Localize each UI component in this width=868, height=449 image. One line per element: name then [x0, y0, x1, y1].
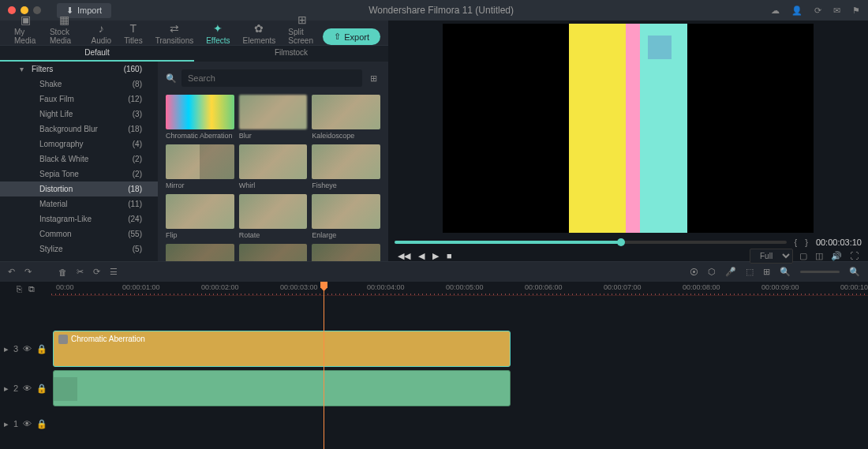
timeline-tracks[interactable]: 00:0000:00:01:0000:00:02:0000:00:03:0000…: [51, 282, 868, 449]
voiceover-button[interactable]: 🎤: [725, 267, 736, 277]
prev-frame-button[interactable]: ◀◀: [398, 251, 410, 261]
snapshot-icon[interactable]: ▢: [799, 251, 807, 261]
message-icon[interactable]: ✉: [833, 6, 840, 16]
marker-in-icon[interactable]: {: [795, 238, 798, 247]
marker-out-icon[interactable]: }: [805, 238, 808, 247]
effect-mirror[interactable]: Mirror: [166, 144, 234, 189]
tab-audio[interactable]: ♪Audio: [85, 22, 118, 45]
fullscreen-icon[interactable]: ⛶: [850, 251, 859, 261]
volume-icon[interactable]: 🔊: [831, 251, 842, 261]
undo-button[interactable]: ↶: [8, 267, 15, 277]
track-type-icon[interactable]: ▸: [4, 344, 9, 354]
sidebar-header[interactable]: ▾ Filters (160): [0, 62, 158, 77]
tab-transitions[interactable]: ⇄Transitions: [149, 22, 200, 45]
sidebar-item-label: Sepia Tone: [39, 170, 79, 178]
effect-enlarge[interactable]: Enlarge: [312, 194, 380, 239]
effect-thumbnail: [166, 194, 234, 229]
track-2[interactable]: [51, 369, 868, 408]
track-3[interactable]: Chromatic Aberration: [51, 329, 868, 369]
help-icon[interactable]: ⟳: [814, 6, 821, 16]
lock-icon[interactable]: 🔒: [36, 344, 47, 354]
sidebar-item-material[interactable]: Material(11): [0, 196, 158, 211]
effects-icon: ✦: [213, 22, 223, 35]
scrub-handle[interactable]: [617, 238, 625, 246]
visibility-icon[interactable]: 👁: [23, 344, 32, 354]
compare-icon[interactable]: ◫: [815, 251, 823, 261]
sidebar-item-night-life[interactable]: Night Life(3): [0, 107, 158, 122]
tab-split-screen[interactable]: ⊞Split Screen: [282, 13, 323, 45]
sidebar-item-stylize[interactable]: Stylize(5): [0, 241, 158, 256]
grid-view-icon[interactable]: ⊞: [367, 70, 380, 87]
marker-button[interactable]: ⬡: [708, 267, 716, 277]
track-type-icon[interactable]: ▸: [4, 419, 9, 429]
effect-narrow[interactable]: Narrow: [239, 244, 308, 261]
sidebar-item-background-blur[interactable]: Background Blur(18): [0, 122, 158, 137]
subtab-filmstock[interactable]: Filmstock: [194, 46, 388, 62]
speed-button[interactable]: ⟳: [93, 267, 100, 277]
effect-flip[interactable]: Flip: [166, 194, 234, 239]
effect-name: Whirl: [239, 179, 308, 189]
sub-tabs: Default Filmstock: [0, 46, 388, 62]
adjust-button[interactable]: ⊞: [763, 267, 770, 277]
sidebar-item-black-white[interactable]: Black & White(2): [0, 152, 158, 167]
cloud-icon[interactable]: ☁: [771, 6, 780, 16]
sidebar-item-shake[interactable]: Shake(8): [0, 77, 158, 92]
zoom-out-button[interactable]: 🔍: [780, 267, 791, 277]
delete-button[interactable]: 🗑: [58, 268, 67, 277]
tab-my-media[interactable]: ▣My Media: [8, 13, 43, 45]
playhead[interactable]: [324, 282, 324, 449]
tab-effects[interactable]: ✦Effects: [200, 22, 236, 45]
zoom-in-button[interactable]: 🔍: [849, 267, 860, 277]
sidebar-item-lomography[interactable]: Lomography(4): [0, 137, 158, 152]
video-clip[interactable]: [53, 370, 511, 406]
track-1[interactable]: [51, 408, 868, 440]
copy-icon[interactable]: ⎘: [17, 284, 22, 294]
play-button[interactable]: ▶: [432, 251, 439, 261]
effect-whirl[interactable]: Whirl: [239, 144, 308, 189]
account-icon[interactable]: 👤: [791, 6, 803, 16]
sidebar-item-sepia-tone[interactable]: Sepia Tone(2): [0, 167, 158, 181]
effect-kaleidoscope[interactable]: Kaleidoscope: [312, 95, 380, 140]
visibility-icon[interactable]: 👁: [23, 384, 32, 393]
search-input[interactable]: [181, 69, 362, 87]
time-ruler[interactable]: 00:0000:00:01:0000:00:02:0000:00:03:0000…: [51, 282, 868, 296]
play-reverse-button[interactable]: ◀: [418, 251, 425, 261]
menu-button[interactable]: ☰: [110, 267, 118, 277]
effect-rotate[interactable]: Rotate: [239, 194, 308, 239]
lock-icon[interactable]: 🔒: [36, 384, 47, 394]
preview-video[interactable]: [395, 24, 862, 233]
sidebar-item-common[interactable]: Common(55): [0, 226, 158, 241]
preview-scrubber[interactable]: [395, 241, 787, 244]
lock-icon[interactable]: 🔒: [36, 419, 47, 429]
effect-thumbnail: [239, 144, 308, 179]
cut-button[interactable]: ✂: [77, 267, 84, 277]
subtab-default[interactable]: Default: [0, 46, 194, 62]
mixer-button[interactable]: ⬚: [746, 267, 754, 277]
effect-blur[interactable]: Blur: [239, 95, 308, 140]
tab-stock-media[interactable]: ▦Stock Media: [43, 13, 85, 45]
quality-dropdown[interactable]: Full: [750, 249, 793, 264]
redo-button[interactable]: ↷: [24, 267, 32, 277]
tab-elements[interactable]: ✿Elements: [237, 22, 282, 45]
export-button[interactable]: ⇧ Export: [323, 28, 380, 45]
visibility-icon[interactable]: 👁: [23, 419, 32, 428]
video-clip-thumbs: [54, 377, 77, 401]
time-tick: 00:00:05:00: [446, 283, 484, 291]
track-type-icon[interactable]: ▸: [4, 384, 9, 394]
link-icon[interactable]: ⧉: [28, 284, 35, 294]
sidebar-item-label: Common: [39, 230, 72, 238]
sidebar-item-distortion[interactable]: Distortion(18): [0, 181, 158, 196]
record-button[interactable]: ⦿: [690, 268, 698, 277]
tab-label: Effects: [206, 36, 230, 45]
sidebar-item-faux-film[interactable]: Faux Film(12): [0, 92, 158, 107]
effect-water-ripple[interactable]: Water Ripple: [312, 244, 380, 261]
tab-titles[interactable]: TTitles: [118, 22, 149, 45]
effect-chromatic-aberration[interactable]: Chromatic Aberration: [166, 95, 234, 140]
effect-mirror-flip[interactable]: Mirror Flip: [166, 244, 234, 261]
notification-icon[interactable]: ⚑: [852, 6, 860, 16]
stop-button[interactable]: ■: [447, 251, 452, 261]
effect-fisheye[interactable]: Fisheye: [312, 144, 380, 189]
sidebar-item-instagram-like[interactable]: Instagram-Like(24): [0, 211, 158, 226]
effect-clip[interactable]: Chromatic Aberration: [53, 331, 511, 367]
zoom-slider[interactable]: [800, 271, 840, 273]
